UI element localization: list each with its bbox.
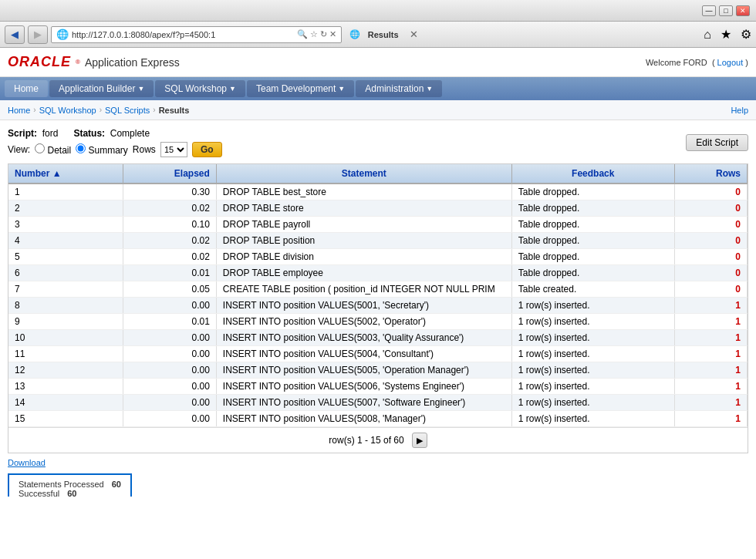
cell-feedback: 1 row(s) inserted. [511,379,674,395]
cell-number: 6 [8,265,123,281]
nav-app-builder[interactable]: Application Builder ▼ [49,80,154,97]
view-label: View: [8,144,30,155]
cell-feedback: Table dropped. [511,184,674,200]
title-bar: — □ ✕ [0,0,756,22]
welcome-area: Welcome FORD ( Logout ) [646,58,748,67]
cell-statement: DROP TABLE payroll [216,217,511,233]
script-label: Script: ford [8,128,58,139]
detail-radio-label[interactable]: Detail [35,143,71,156]
stop-icon[interactable]: ✕ [329,29,336,39]
breadcrumb-bar: Home › SQL Workshop › SQL Scripts › Resu… [0,100,756,120]
cell-number: 2 [8,200,123,217]
nav-home[interactable]: Home [5,80,48,97]
breadcrumb-sep-1: › [33,106,35,114]
cell-feedback: 1 row(s) inserted. [511,395,674,411]
cell-statement: CREATE TABLE position ( position_id INTE… [216,281,511,298]
cell-number: 4 [8,233,123,249]
results-table-container: Number ▲ Elapsed Statement Feedback Rows… [8,163,748,453]
breadcrumb-results: Results [159,106,190,115]
back-button[interactable]: ◀ [5,25,25,44]
cell-feedback: 1 row(s) inserted. [511,362,674,379]
ie-logo: 🌐 [345,29,365,39]
cell-statement: INSERT INTO position VALUES(5001, 'Secre… [216,298,511,314]
cell-number: 1 [8,184,123,200]
settings-icon[interactable]: ⚙ [741,27,751,42]
table-row: 3 0.10 DROP TABLE payroll Table dropped.… [8,217,748,233]
table-row: 14 0.00 INSERT INTO position VALUES(5007… [8,395,748,411]
nav-administration[interactable]: Administration ▼ [356,80,442,97]
main-nav: Home Application Builder ▼ SQL Workshop … [0,77,756,100]
cell-statement: INSERT INTO position VALUES(5004, 'Consu… [216,346,511,362]
col-elapsed[interactable]: Elapsed [123,164,216,184]
stats-processed-row: Statements Processed 60 [19,480,121,489]
cell-elapsed: 0.01 [123,265,216,281]
forward-button[interactable]: ▶ [28,25,48,44]
next-page-button[interactable]: ▶ [412,433,427,448]
registered-mark: ® [76,59,80,66]
summary-radio[interactable] [76,143,86,153]
cell-rows: 1 [674,395,747,411]
detail-radio[interactable] [35,143,45,153]
cell-rows: 0 [674,265,747,281]
download-link[interactable]: Download [8,458,748,467]
browser-nav-bar: ◀ ▶ 🌐 http://127.0.0.1:8080/apex/f?p=450… [0,22,756,48]
cell-statement: INSERT INTO position VALUES(5006, 'Syste… [216,379,511,395]
cell-feedback: Table dropped. [511,217,674,233]
go-button[interactable]: Go [192,142,222,157]
table-row: 7 0.05 CREATE TABLE position ( position_… [8,281,748,298]
rows-select[interactable]: 15 25 50 [160,142,187,157]
cell-elapsed: 0.00 [123,298,216,314]
close-button[interactable]: ✕ [736,5,750,16]
nav-team-development[interactable]: Team Development ▼ [247,80,354,97]
cell-elapsed: 0.01 [123,314,216,330]
cell-elapsed: 0.00 [123,362,216,379]
edit-script-button[interactable]: Edit Script [686,134,748,151]
favorites-icon: ☆ [310,29,318,39]
cell-feedback: 1 row(s) inserted. [511,330,674,346]
summary-radio-label[interactable]: Summary [76,143,128,156]
logout-link[interactable]: Logout [717,58,744,67]
favorites-star-icon[interactable]: ★ [721,27,731,42]
home-icon[interactable]: ⌂ [704,28,711,42]
minimize-button[interactable]: — [702,5,716,16]
app-express-label: Application Express [85,56,180,69]
status-area: Status: Complete [73,128,150,139]
breadcrumb-sql-scripts[interactable]: SQL Scripts [105,106,150,115]
address-bar[interactable]: 🌐 http://127.0.0.1:8080/apex/f?p=4500:1 … [51,26,342,43]
address-icons: 🔍 ☆ ↻ ✕ [297,29,336,39]
tab-title-text: Results [368,30,399,39]
table-row: 9 0.01 INSERT INTO position VALUES(5002,… [8,314,748,330]
table-row: 8 0.00 INSERT INTO position VALUES(5001,… [8,298,748,314]
breadcrumb-home[interactable]: Home [8,106,30,115]
cell-number: 12 [8,362,123,379]
col-rows[interactable]: Rows [674,164,747,184]
stats-processed-value: 60 [112,480,121,489]
nav-sql-workshop[interactable]: SQL Workshop ▼ [155,80,245,97]
help-link[interactable]: Help [731,106,748,115]
breadcrumb-sql-workshop[interactable]: SQL Workshop [39,106,96,115]
cell-elapsed: 0.00 [123,330,216,346]
stats-successful-value: 60 [67,489,76,497]
cell-number: 10 [8,330,123,346]
cell-feedback: Table dropped. [511,233,674,249]
refresh-icon[interactable]: ↻ [320,29,327,39]
col-number[interactable]: Number ▲ [8,164,123,184]
cell-rows: 1 [674,362,747,379]
cell-rows: 0 [674,249,747,265]
cell-feedback: Table dropped. [511,200,674,217]
table-row: 13 0.00 INSERT INTO position VALUES(5006… [8,379,748,395]
maximize-button[interactable]: □ [719,5,733,16]
content-area: Script: ford Status: Complete View: Deta… [0,120,756,497]
cell-number: 13 [8,379,123,395]
table-body: 1 0.30 DROP TABLE best_store Table dropp… [8,184,748,427]
col-feedback[interactable]: Feedback [511,164,674,184]
cell-rows: 1 [674,314,747,330]
view-options: View: Detail Summary Rows 15 25 50 Go [8,142,222,157]
cell-statement: INSERT INTO position VALUES(5005, 'Opera… [216,362,511,379]
close-tab-icon[interactable]: ✕ [410,29,418,40]
col-statement[interactable]: Statement [216,164,511,184]
app-header: ORACLE ® Application Express Welcome FOR… [0,48,756,77]
cell-number: 11 [8,346,123,362]
script-name-value: ford [42,128,59,139]
cell-elapsed: 0.30 [123,184,216,200]
